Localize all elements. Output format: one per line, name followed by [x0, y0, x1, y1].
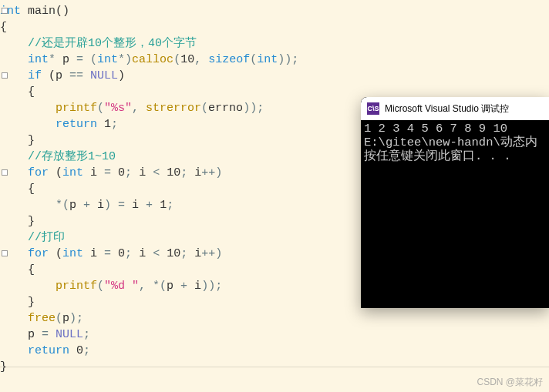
code-line: //打印 — [0, 231, 65, 244]
fold-marker[interactable] — [2, 169, 8, 176]
fold-marker[interactable] — [2, 250, 8, 256]
console-titlebar[interactable]: C\S Microsoft Visual Studio 调试控 — [361, 97, 549, 120]
code-line: *(p + i) = i + 1; — [0, 199, 173, 212]
code-line: //还是开辟10个整形，40个字节 — [0, 37, 197, 50]
debug-console-window[interactable]: C\S Microsoft Visual Studio 调试控 1 2 3 4 … — [361, 97, 549, 308]
code-line: int main() — [0, 5, 69, 18]
code-line: p = NULL; — [0, 328, 90, 341]
code-line: free(p); — [0, 312, 83, 325]
fold-gutter — [0, 3, 9, 392]
console-output: 1 2 3 4 5 6 7 8 9 10 E:\gitee\new-handn\… — [361, 120, 549, 308]
vs-icon: C\S — [367, 102, 379, 115]
watermark: CSDN @菜花籽 — [477, 376, 543, 389]
code-line: printf("%d ", *(p + i)); — [0, 280, 222, 293]
code-line: for (int i = 0; i < 10; i++) — [0, 247, 222, 260]
code-line: if (p == NULL) — [0, 69, 125, 82]
code-line: //存放整形1~10 — [0, 150, 116, 163]
status-separator — [0, 367, 549, 367]
code-line: for (int i = 0; i < 10; i++) — [0, 166, 222, 179]
fold-marker[interactable] — [2, 8, 8, 14]
code-line: return 1; — [0, 118, 118, 131]
fold-marker[interactable] — [2, 72, 8, 79]
code-line: printf("%s", strerror(errno)); — [0, 102, 264, 115]
console-title: Microsoft Visual Studio 调试控 — [385, 102, 509, 116]
code-line: int* p = (int*)calloc(10, sizeof(int)); — [0, 53, 298, 66]
code-line: return 0; — [0, 344, 90, 357]
